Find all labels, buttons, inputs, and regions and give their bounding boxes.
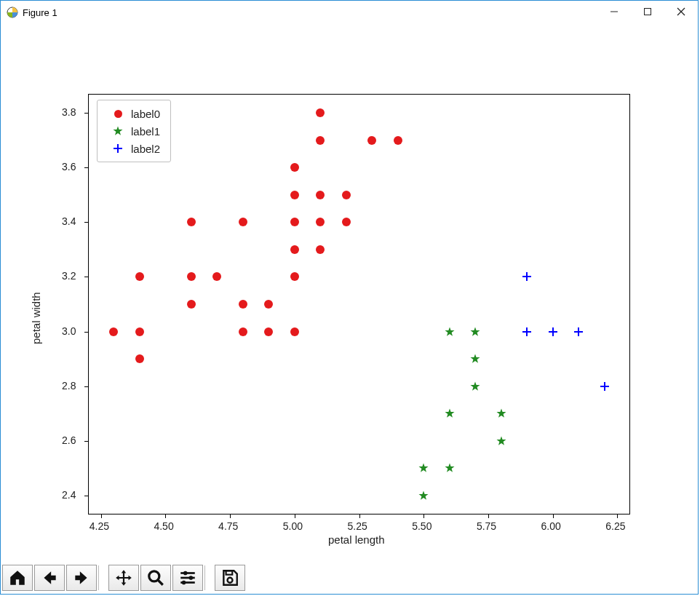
y-tick-label: 3.8 bbox=[62, 106, 76, 118]
data-point bbox=[342, 191, 351, 199]
svg-point-35 bbox=[182, 581, 186, 585]
svg-point-37 bbox=[228, 578, 233, 583]
x-tick-label: 4.75 bbox=[218, 520, 238, 532]
data-point bbox=[135, 272, 144, 281]
data-point bbox=[212, 272, 221, 281]
svg-marker-13 bbox=[471, 381, 480, 390]
data-point bbox=[496, 436, 506, 446]
data-point bbox=[290, 327, 299, 336]
forward-button[interactable] bbox=[66, 565, 97, 591]
x-tick bbox=[617, 514, 618, 518]
plus-marker-icon bbox=[105, 143, 131, 154]
x-tick-label: 6.25 bbox=[605, 520, 625, 532]
data-point bbox=[394, 136, 402, 145]
x-tick bbox=[230, 514, 231, 518]
x-tick-label: 5.75 bbox=[477, 520, 496, 532]
data-point bbox=[290, 163, 299, 172]
data-point bbox=[290, 218, 299, 226]
home-button[interactable] bbox=[2, 565, 33, 591]
window-title: Figure 1 bbox=[23, 7, 57, 18]
close-button[interactable] bbox=[664, 1, 698, 23]
data-point bbox=[445, 408, 455, 418]
legend-entry-label1: label1 bbox=[105, 122, 160, 140]
y-tick bbox=[84, 113, 88, 114]
svg-marker-16 bbox=[496, 436, 506, 445]
data-point bbox=[187, 300, 196, 309]
titlebar: Figure 1 bbox=[1, 1, 698, 25]
y-tick-label: 3.2 bbox=[62, 270, 76, 282]
data-point bbox=[109, 327, 118, 336]
data-point bbox=[600, 381, 610, 392]
x-tick bbox=[553, 514, 554, 518]
data-point bbox=[135, 354, 144, 363]
legend-entry-label2: label2 bbox=[105, 140, 160, 157]
data-point bbox=[264, 300, 273, 309]
y-tick-label: 3.0 bbox=[62, 325, 76, 337]
data-point bbox=[470, 354, 480, 364]
x-tick bbox=[295, 514, 295, 518]
x-tick-label: 5.25 bbox=[348, 520, 367, 532]
data-point bbox=[239, 327, 247, 336]
y-tick-label: 2.6 bbox=[62, 434, 76, 446]
svg-line-29 bbox=[158, 580, 163, 585]
x-tick-label: 5.00 bbox=[283, 520, 303, 532]
legend-label: label2 bbox=[131, 143, 160, 155]
svg-marker-5 bbox=[114, 127, 123, 135]
window-controls bbox=[597, 1, 698, 23]
data-point bbox=[522, 327, 532, 337]
data-point bbox=[187, 218, 196, 226]
svg-point-28 bbox=[149, 571, 159, 581]
zoom-button[interactable] bbox=[140, 565, 171, 591]
y-tick bbox=[84, 277, 88, 277]
y-axis-title: petal width bbox=[30, 292, 42, 344]
svg-marker-10 bbox=[445, 464, 454, 472]
data-point bbox=[239, 218, 247, 226]
y-tick bbox=[84, 386, 88, 387]
minimize-button[interactable] bbox=[597, 1, 631, 23]
x-tick bbox=[423, 514, 424, 518]
data-point bbox=[290, 191, 299, 199]
svg-point-33 bbox=[189, 576, 194, 580]
y-tick-label: 2.8 bbox=[62, 380, 76, 392]
x-tick-label: 4.25 bbox=[90, 520, 109, 532]
x-axis-title: petal length bbox=[328, 533, 385, 546]
x-tick bbox=[359, 514, 360, 518]
svg-rect-36 bbox=[226, 571, 233, 574]
window: Figure 1 label0 bbox=[0, 0, 699, 595]
y-tick-label: 3.4 bbox=[62, 215, 76, 227]
data-point bbox=[418, 490, 429, 501]
data-point bbox=[264, 327, 273, 336]
legend: label0 label1 label2 bbox=[97, 100, 171, 162]
legend-label: label1 bbox=[131, 125, 160, 138]
data-point bbox=[316, 245, 325, 254]
svg-marker-9 bbox=[419, 464, 429, 472]
pan-button[interactable] bbox=[108, 565, 139, 591]
toolbar-separator bbox=[204, 565, 213, 590]
save-button[interactable] bbox=[215, 565, 245, 591]
back-button[interactable] bbox=[34, 565, 65, 591]
data-point bbox=[342, 218, 351, 226]
data-point bbox=[239, 300, 247, 309]
svg-marker-14 bbox=[471, 354, 480, 363]
legend-entry-label0: label0 bbox=[105, 105, 160, 122]
data-point bbox=[573, 327, 584, 337]
x-tick-label: 4.50 bbox=[154, 520, 173, 532]
svg-marker-8 bbox=[419, 490, 429, 499]
star-marker-icon bbox=[105, 126, 131, 136]
configure-subplots-button[interactable] bbox=[172, 565, 203, 591]
figure-canvas: label0 label1 label2 2.42.62.83.03.23.43… bbox=[1, 24, 698, 562]
maximize-button[interactable] bbox=[631, 1, 664, 23]
svg-marker-17 bbox=[496, 409, 506, 418]
svg-marker-12 bbox=[445, 327, 454, 335]
toolbar bbox=[2, 563, 245, 592]
y-tick bbox=[84, 167, 88, 168]
data-point bbox=[316, 191, 325, 199]
data-point bbox=[470, 381, 480, 392]
data-point bbox=[496, 408, 506, 418]
app-icon bbox=[7, 7, 18, 18]
legend-label: label0 bbox=[131, 108, 160, 120]
plot-area[interactable]: label0 label1 label2 2.42.62.83.03.23.43… bbox=[88, 94, 630, 514]
data-point bbox=[367, 136, 376, 145]
data-point bbox=[187, 272, 196, 281]
x-tick-label: 6.00 bbox=[541, 520, 561, 532]
